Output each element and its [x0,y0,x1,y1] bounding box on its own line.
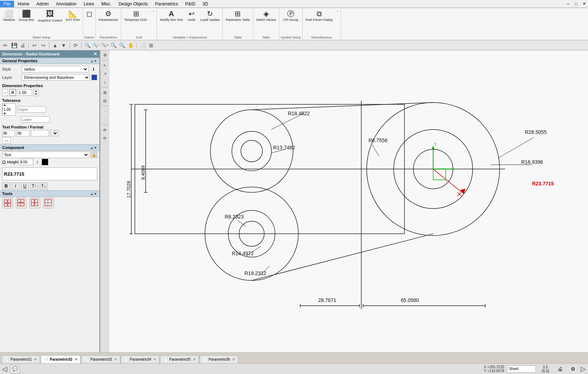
tol-value-input[interactable] [3,107,15,112]
cpi-group-button[interactable]: Ⓟ CPI Group [282,9,300,22]
graphics-control-button[interactable]: 🖼 Graphics Control [36,9,64,23]
style-select[interactable]: radius [22,66,89,72]
toolbar-rect-button[interactable]: ⬜ [139,41,146,49]
text-pos-icon-button[interactable]: — [2,137,11,144]
component-select[interactable]: Text [2,152,89,158]
text-pos-format-input[interactable] [31,130,49,136]
undo-button[interactable]: ↩ Undo [185,9,198,22]
dxy-prim-button[interactable]: 📐 DXY Prim [64,9,81,22]
rt-expand-button[interactable]: ⊞ [101,89,109,96]
tol-down-button[interactable]: ▼ [3,112,7,115]
tab-p04-close[interactable]: ✕ [153,357,156,361]
tab-p06-close[interactable]: ✕ [232,357,235,361]
underline-button[interactable]: U [21,183,29,190]
toolbar-zoom-window-button[interactable]: 🔍 [109,41,117,49]
tool-btn-4[interactable] [43,198,54,208]
print-icon-button[interactable]: 🖨 [555,365,565,373]
message-button[interactable]: 💬 [10,365,20,373]
tool-btn-1[interactable] [2,198,13,208]
bold-button[interactable]: B [2,183,10,190]
text-edit-box[interactable]: R23.7715 [2,167,97,180]
rt-arrow2-button[interactable]: ↗ [101,70,109,78]
toolbar-zoom-prev-button[interactable]: 🔍 [118,41,126,49]
component-lock-button[interactable]: 🔒 [91,152,97,158]
menu-lines[interactable]: Lines [80,1,98,7]
toolbar-save-button[interactable]: 💾 [10,41,18,49]
menu-misc[interactable]: Misc. [98,1,115,7]
toolbar-pan-button[interactable]: ✋ [127,41,135,49]
text-pos-val1-input[interactable] [2,130,15,136]
toolbar-undo-button[interactable]: ↩ [31,41,39,49]
toolbar-redo-button[interactable]: ↪ [39,41,47,49]
tab-parametric05[interactable]: 📄 Parametric05 ✕ [160,355,199,363]
superscript-button[interactable]: T↑ [30,183,38,190]
toolbar-grid-button[interactable]: ⊞ [147,41,155,49]
post-param-dialog-button[interactable]: ⧉ Post Param Dialog [304,9,334,22]
layer-select[interactable]: Dimensioning and Baselines [22,74,90,81]
toolbar-zoom-out-button[interactable]: 🔍− [92,41,100,49]
toolbar-zoom-in-button[interactable]: 🔍 [83,41,91,49]
menu-file[interactable]: File [0,1,14,7]
subscript-button[interactable]: T↓ [40,183,48,190]
menu-parametrics[interactable]: Parametrics [151,1,182,7]
rt-refresh-button[interactable]: ⟳ [101,126,109,134]
settings-icon-button[interactable]: ⚙ [568,365,578,373]
datum-button[interactable]: ◻ [85,9,94,18]
rt-settings-button[interactable]: ⚙ [101,51,109,59]
menu-home[interactable]: Home [14,1,33,7]
tool-btn-2[interactable] [16,198,27,208]
dim-arrow-button[interactable]: ⌐ [2,89,8,96]
grid-sm-button[interactable]: ⋯ [150,9,155,14]
toolbar-rotate-button[interactable]: ⟳ [72,41,80,49]
toolbar-print-button[interactable]: 🖨 [19,41,27,49]
height-value-input[interactable] [20,159,33,165]
misc-sm-button[interactable]: ⋯ [335,9,339,14]
drawing-area[interactable]: Y R18.4822 R6.7556 R13.7482 R28.5055 R16… [109,50,588,352]
rt-refresh2-button[interactable]: ⟳ [101,134,109,142]
temp-grid-button[interactable]: ⊞ Temporary Grid - [123,9,150,22]
rt-arrow3-button[interactable]: ↕ [101,78,109,86]
tab-parametric06[interactable]: 📄 Parametric06 ✕ [200,355,238,363]
menu-admin[interactable]: Admin [33,1,52,7]
tol-lower-input[interactable] [21,116,50,123]
italic-button[interactable]: I [12,183,19,190]
tools-section-header[interactable]: Tools ▲▼ [0,190,99,197]
menu-3d[interactable]: 3D [199,1,212,7]
rt-arrow-button[interactable]: ↖ [101,62,109,69]
tab-parametric04[interactable]: 📄 Parametric04 ✕ [121,355,159,363]
text-pos-val2-input[interactable] [17,130,30,136]
minimize-button[interactable]: ─ [564,0,572,8]
general-properties-header[interactable]: General Properties ▲▼ [0,58,99,64]
toolbar-down-button[interactable]: ▼ [60,41,68,49]
menu-design-objects[interactable]: Design Objects [115,1,151,7]
viewbox-button[interactable]: ⬜ Viewbox [1,9,17,22]
tab-p03-close[interactable]: ✕ [114,357,117,361]
dim-value-input[interactable] [18,89,32,96]
parametrize-button[interactable]: ⚙ Parameterize [97,9,119,22]
sheet-input[interactable] [507,365,536,373]
toolbar-select-button[interactable]: ✏ [1,41,9,49]
toolbar-up-button[interactable]: ▲ [51,41,59,49]
tab-parametric01[interactable]: 📄 Parametric01 ✕ [1,355,40,363]
modify-dim-text-button[interactable]: A Modify Dim Text [158,9,184,22]
toolbar-zoom-fit-button[interactable]: 🔍+ [101,41,109,49]
menu-annotation[interactable]: Annotation [52,1,80,7]
select-variant-button[interactable]: ◈ Select Variant [255,9,277,22]
component-section-header[interactable]: Component ▲▼ [0,144,99,151]
bottom-right-arrow[interactable]: ▷ [581,365,586,373]
tool-btn-3[interactable] [30,198,40,208]
tol-upper-input[interactable] [17,106,46,113]
layer-color-icon[interactable] [91,75,97,80]
tab-parametric02[interactable]: 📄 Parametric02 ✕ [41,355,81,363]
panel-close-button[interactable]: ✕ [94,51,97,57]
tab-parametric03[interactable]: 📄 Parametric03 ✕ [81,355,120,363]
groupbox-button[interactable]: ⬛ Group Box [17,9,36,22]
tol-up-button[interactable]: ▲ [3,104,7,107]
close-button[interactable]: ✕ [580,0,588,8]
maximize-button[interactable]: □ [572,0,580,8]
load-update-button[interactable]: ↻ Load/ Update [199,9,221,22]
param-table-button[interactable]: ⊞ Parametric Table [224,9,251,22]
bottom-left-arrow[interactable]: ◁ [2,365,7,373]
tab-p05-close[interactable]: ✕ [193,357,196,361]
dim-radius-button[interactable]: R [9,89,16,96]
